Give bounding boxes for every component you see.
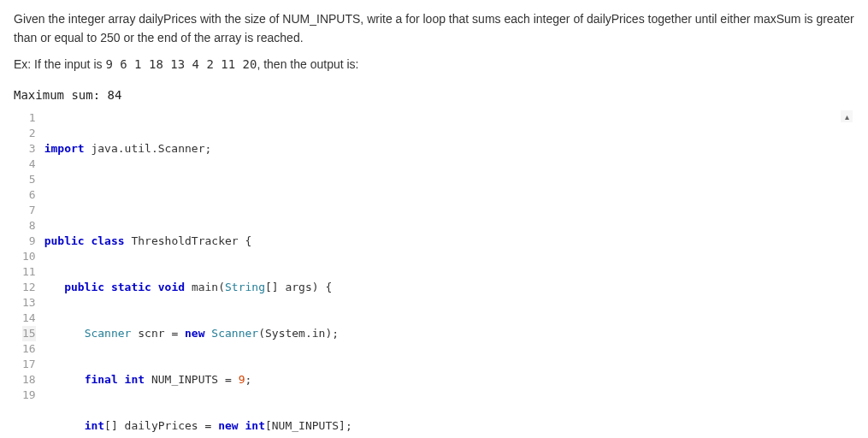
vertical-scrollbar[interactable]: ▴ ▾: [841, 110, 853, 438]
expected-output: Maximum sum: 84: [14, 88, 854, 102]
code-line: [43, 187, 854, 203]
example-input: 9 6 1 18 13 4 2 11 20: [105, 57, 257, 71]
scroll-track[interactable]: [841, 122, 853, 438]
code-editor[interactable]: 1 2 3 4 5 6 7 8 9 10 11 12 13 14 15 16 1…: [14, 110, 854, 438]
example-line: Ex: If the input is 9 6 1 18 13 4 2 11 2…: [14, 56, 854, 74]
code-area[interactable]: import java.util.Scanner; public class T…: [43, 110, 854, 438]
line-number-gutter: 1 2 3 4 5 6 7 8 9 10 11 12 13 14 15 16 1…: [14, 110, 43, 438]
code-line: public class ThresholdTracker {: [43, 234, 854, 249]
code-line: final int NUM_INPUTS = 9;: [43, 372, 854, 388]
code-line: public static void main(String[] args) {: [43, 280, 854, 295]
code-line: Scanner scnr = new Scanner(System.in);: [43, 326, 854, 341]
code-line: int[] dailyPrices = new int[NUM_INPUTS];: [43, 418, 854, 434]
problem-statement: Given the integer array dailyPrices with…: [14, 10, 854, 74]
problem-sentence: Given the integer array dailyPrices with…: [14, 10, 854, 47]
scroll-up-arrow-icon[interactable]: ▴: [841, 110, 853, 122]
code-line: import java.util.Scanner;: [43, 141, 854, 157]
